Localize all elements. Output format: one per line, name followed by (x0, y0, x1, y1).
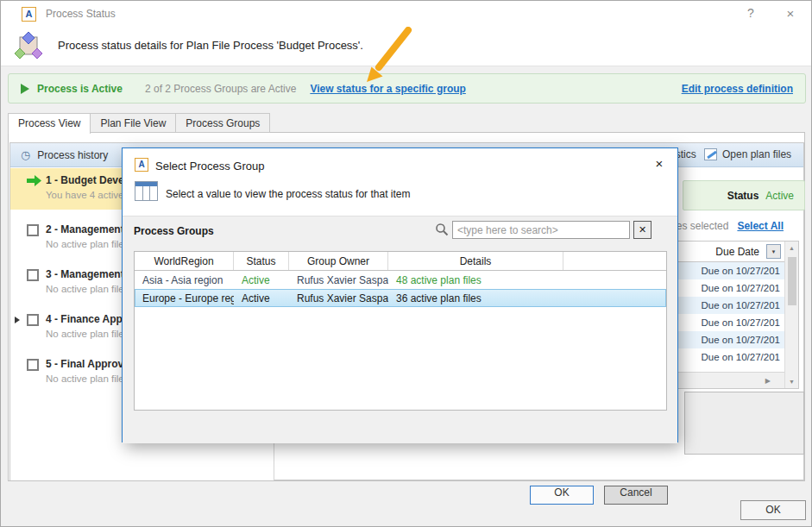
page-title: Process status details for Plan File Pro… (58, 39, 363, 52)
open-plan-files-icon (704, 148, 717, 160)
select-process-group-dialog: A Select Process Group × Select a value … (122, 147, 678, 442)
details-placeholder-panel (684, 392, 804, 455)
green-arrow-icon (27, 175, 41, 186)
table-header-row: WorldRegion Status Group Owner Details (135, 252, 666, 271)
ok-button[interactable]: OK (740, 500, 806, 520)
dialog-cancel-button[interactable]: Cancel (604, 486, 668, 505)
column-header-worldregion[interactable]: WorldRegion (135, 252, 234, 270)
scrollbar-thumb[interactable] (788, 257, 796, 305)
group-status-box: Status Active (683, 180, 805, 210)
search-icon (435, 223, 449, 236)
annotation-arrow (353, 27, 415, 89)
edit-process-definition-link[interactable]: Edit process definition (682, 83, 793, 95)
play-icon (21, 84, 29, 94)
table-icon (135, 181, 158, 201)
dialog-ok-button[interactable]: OK (530, 486, 594, 505)
clear-search-icon[interactable]: ✕ (633, 221, 651, 239)
tab-process-groups[interactable]: Process Groups (176, 113, 270, 133)
select-all-link[interactable]: Select All (737, 220, 784, 232)
dialog-description: Select a value to view the process statu… (166, 188, 410, 200)
table-row-europe[interactable]: Europe - Europe region Active Rufus Xavi… (135, 289, 666, 307)
help-icon[interactable]: ? (741, 6, 760, 20)
process-groups-label: Process Groups (134, 225, 214, 237)
process-workflow-icon (12, 29, 45, 62)
column-header-filler (563, 252, 666, 270)
tab-plan-file-view[interactable]: Plan File View (91, 113, 176, 133)
view-tabs: Process View Plan File View Process Grou… (8, 113, 270, 133)
column-header-group-owner[interactable]: Group Owner (289, 252, 388, 270)
vertical-scrollbar[interactable]: ▲ ▼ (784, 242, 798, 388)
scroll-down-icon[interactable]: ▼ (789, 375, 795, 388)
groups-summary: 2 of 2 Process Groups are Active (145, 83, 296, 95)
table-row-asia[interactable]: Asia - Asia region Active Rufus Xavier S… (135, 271, 666, 289)
scroll-up-icon[interactable]: ▲ (789, 242, 795, 254)
checkbox[interactable] (27, 224, 39, 236)
dialog-title: Select Process Group (155, 160, 264, 173)
process-state-label: Process is Active (37, 83, 123, 95)
search-input[interactable] (452, 221, 630, 239)
dialog-body: Process Groups ✕ WorldRegion Status Grou… (123, 216, 677, 443)
process-history-title: Process history (37, 149, 108, 161)
column-header-details[interactable]: Details (388, 252, 563, 270)
filter-dropdown-icon[interactable]: ▼ (766, 244, 781, 259)
column-header-status[interactable]: Status (234, 252, 289, 270)
dialog-close-icon[interactable]: × (649, 156, 670, 171)
process-groups-table: WorldRegion Status Group Owner Details A… (134, 251, 667, 411)
close-icon[interactable]: × (781, 6, 800, 21)
clock-icon: ◷ (21, 148, 30, 161)
status-badge: Active (765, 190, 794, 202)
scroll-right-icon[interactable]: ▶ (765, 377, 771, 385)
process-status-window: A Process Status ? × Process status deta… (0, 0, 812, 527)
app-icon: A (22, 7, 36, 22)
checkbox[interactable] (27, 314, 39, 326)
tab-process-view[interactable]: Process View (8, 113, 91, 134)
checkbox[interactable] (27, 269, 39, 281)
window-title: Process Status (46, 8, 116, 20)
checkbox[interactable] (27, 359, 39, 371)
dialog-app-icon: A (135, 158, 148, 172)
expander-icon[interactable] (15, 317, 20, 323)
open-plan-files-button[interactable]: Open plan files (704, 148, 791, 160)
window-titlebar: A Process Status ? × (1, 1, 811, 27)
